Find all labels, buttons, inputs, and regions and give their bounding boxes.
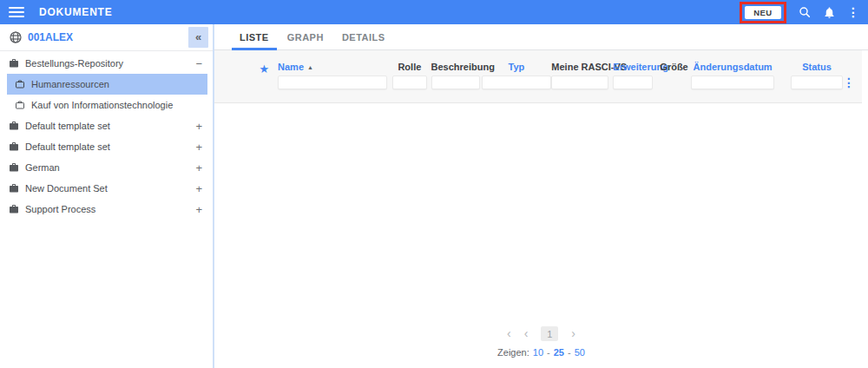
column-aenderungsdatum: Änderungsdatum [691,61,774,89]
tree-item-humanressourcen[interactable]: Humanressourcen [7,74,207,95]
filter-input-aenderungsdatum[interactable] [691,76,774,89]
pagination: ‹ ‹ 1 › Zeigen: 10 - 25 - 50 [214,326,868,368]
tree-item-label: German [25,162,60,173]
filter-input-meine-rasci-vs[interactable] [551,76,608,89]
separator: - [568,347,571,358]
briefcase-icon [9,183,19,194]
column-header-meine-rasci-vs[interactable]: Meine RASCI-VS [551,61,608,73]
tree-item-support-process[interactable]: Support Process + [0,199,213,220]
filter-input-name[interactable] [278,76,387,89]
column-rolle: Rolle [392,61,426,89]
folder-outline-icon [15,100,25,110]
filter-input-typ[interactable] [482,76,552,89]
main-content: LISTE GRAPH DETAILS ★ Name▲ Rolle Beschr… [214,24,868,368]
menu-icon[interactable] [9,6,24,18]
repository-title: 001ALEX [28,31,73,43]
filter-input-status[interactable] [791,76,843,89]
expand-toggle[interactable]: + [195,183,202,194]
expand-toggle[interactable]: + [195,141,202,153]
briefcase-icon [9,58,19,69]
globe-icon [9,30,23,44]
column-status: Status [791,61,843,89]
page-size-label: Zeigen: [497,347,529,358]
column-meine-rasci-vs: Meine RASCI-VS [551,61,608,89]
app-window: DOKUMENTE NEU ⋮ [0,0,868,368]
sort-ascending-icon: ▲ [307,64,313,70]
tree-item-label: Kauf von Informationstechnologie [31,100,173,110]
empty-table-body [214,103,868,326]
tab-graph[interactable]: GRAPH [279,24,332,49]
expand-toggle[interactable]: + [195,162,202,174]
favorite-star-icon[interactable]: ★ [259,62,269,76]
search-icon[interactable] [798,5,812,19]
table-filter-header: ★ Name▲ Rolle Beschreibung Typ [214,50,862,103]
tree-item-label: Support Process [25,204,95,214]
tab-bar: LISTE GRAPH DETAILS [214,24,868,50]
favorite-column: ★ [214,61,271,76]
column-typ: Typ [482,61,552,89]
filter-input-beschreibung[interactable] [431,76,480,89]
tree-item-label: Bestellungs-Repository [25,58,123,69]
collapse-sidebar-button[interactable]: « [188,27,208,48]
column-header-erweiterung[interactable]: Erweiterung [613,61,653,73]
page-size-option-10[interactable]: 10 [533,347,543,358]
briefcase-icon [9,141,19,152]
column-erweiterung: Erweiterung [613,61,653,89]
column-menu-icon[interactable]: ⋮ [843,76,855,89]
body-split: 001ALEX « Bestellungs-Repository − Human… [0,24,868,368]
tree-item-default-template-set-1[interactable]: Default template set + [0,115,213,136]
appbar-actions: NEU ⋮ [740,2,859,23]
filter-input-rolle[interactable] [392,76,426,89]
notifications-bell-icon[interactable] [823,6,836,19]
neu-button[interactable]: NEU [745,6,781,19]
column-header-status[interactable]: Status [791,61,843,73]
tab-liste[interactable]: LISTE [232,24,277,49]
table-options-menu: ⋮ [843,61,855,90]
tree-item-kauf-von-informationstechnologie[interactable]: Kauf von Informationstechnologie [0,95,213,115]
column-groesse: Größe [660,61,687,73]
separator: - [547,347,550,358]
app-header: DOKUMENTE NEU ⋮ [0,0,868,24]
tree-item-default-template-set-2[interactable]: Default template set + [0,136,213,157]
page-controls: ‹ ‹ 1 › [507,326,575,341]
tree-item-label: Humanressourcen [31,79,109,89]
column-header-name[interactable]: Name▲ [278,61,387,73]
column-header-beschreibung[interactable]: Beschreibung [431,61,480,73]
tree-item-new-document-set[interactable]: New Document Set + [0,178,213,199]
page-size-option-50[interactable]: 50 [575,347,585,358]
column-header-aenderungsdatum[interactable]: Änderungsdatum [691,61,774,73]
tree-item-german[interactable]: German + [0,157,213,178]
sidebar: 001ALEX « Bestellungs-Repository − Human… [0,24,214,368]
annotation-highlight-box: NEU [740,2,786,23]
column-header-typ[interactable]: Typ [482,61,552,73]
previous-page-button[interactable]: ‹ [524,326,529,341]
page-size-option-25[interactable]: 25 [554,347,564,358]
column-name: Name▲ [278,61,387,89]
column-header-groesse[interactable]: Größe [660,61,687,73]
column-beschreibung: Beschreibung [431,61,480,89]
folder-outline-icon [15,79,25,89]
tab-details[interactable]: DETAILS [334,24,393,49]
expand-toggle[interactable]: + [195,204,202,215]
column-header-rolle[interactable]: Rolle [392,61,426,73]
first-page-button[interactable]: ‹ [507,326,511,341]
page-size-selector: Zeigen: 10 - 25 - 50 [497,347,585,358]
expand-toggle[interactable]: + [195,121,202,132]
tree-item-label: Default template set [25,141,110,152]
overflow-menu-icon[interactable]: ⋮ [847,6,859,18]
document-set-tree: Bestellungs-Repository − Humanressourcen… [0,51,213,220]
tree-item-label: Default template set [25,121,110,131]
sidebar-header: 001ALEX « [0,24,213,51]
next-page-button[interactable]: › [571,326,575,341]
briefcase-icon [9,121,19,131]
briefcase-icon [9,162,19,173]
collapse-toggle[interactable]: − [195,58,202,69]
briefcase-icon [9,204,19,214]
filter-input-erweiterung[interactable] [613,76,653,89]
tree-item-label: New Document Set [25,183,108,194]
app-title: DOKUMENTE [39,6,113,18]
tree-item-bestellungs-repository[interactable]: Bestellungs-Repository − [0,53,213,74]
current-page-indicator[interactable]: 1 [541,326,558,341]
